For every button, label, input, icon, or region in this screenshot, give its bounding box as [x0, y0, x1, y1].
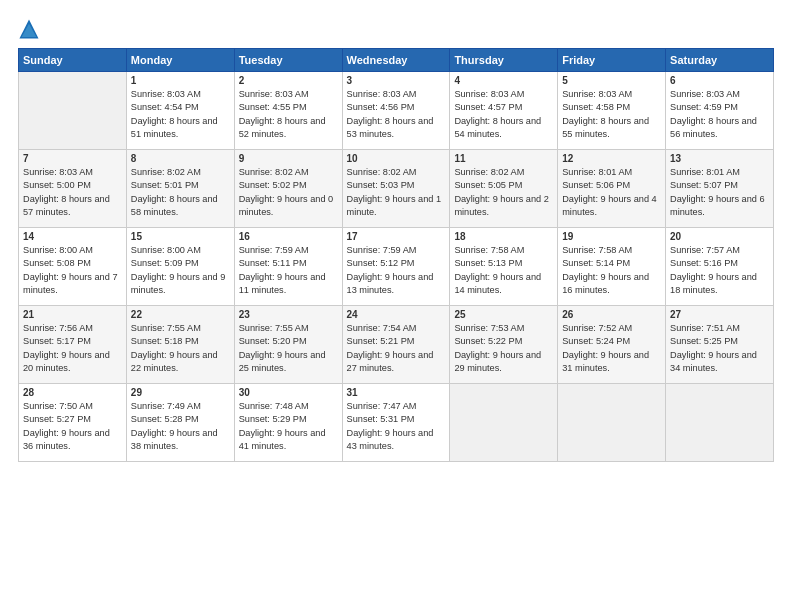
calendar-cell: 30Sunrise: 7:48 AMSunset: 5:29 PMDayligh…: [234, 384, 342, 462]
sunrise-line: Sunrise: 7:57 AM: [670, 245, 740, 255]
day-info: Sunrise: 8:02 AMSunset: 5:03 PMDaylight:…: [347, 166, 446, 219]
weekday-header: Saturday: [666, 49, 774, 72]
calendar-cell: 24Sunrise: 7:54 AMSunset: 5:21 PMDayligh…: [342, 306, 450, 384]
calendar-cell: 10Sunrise: 8:02 AMSunset: 5:03 PMDayligh…: [342, 150, 450, 228]
sunset-line: Sunset: 5:08 PM: [23, 258, 91, 268]
sunset-line: Sunset: 4:59 PM: [670, 102, 738, 112]
daylight-line: Daylight: 9 hours and 29 minutes.: [454, 350, 541, 373]
daylight-line: Daylight: 9 hours and 4 minutes.: [562, 194, 657, 217]
calendar-cell: 28Sunrise: 7:50 AMSunset: 5:27 PMDayligh…: [19, 384, 127, 462]
calendar-week-row: 28Sunrise: 7:50 AMSunset: 5:27 PMDayligh…: [19, 384, 774, 462]
sunrise-line: Sunrise: 8:01 AM: [562, 167, 632, 177]
day-number: 22: [131, 309, 230, 320]
day-info: Sunrise: 8:03 AMSunset: 4:57 PMDaylight:…: [454, 88, 553, 141]
sunset-line: Sunset: 5:25 PM: [670, 336, 738, 346]
calendar-cell: 14Sunrise: 8:00 AMSunset: 5:08 PMDayligh…: [19, 228, 127, 306]
daylight-line: Daylight: 8 hours and 55 minutes.: [562, 116, 649, 139]
day-info: Sunrise: 8:00 AMSunset: 5:09 PMDaylight:…: [131, 244, 230, 297]
sunset-line: Sunset: 5:18 PM: [131, 336, 199, 346]
sunset-line: Sunset: 4:58 PM: [562, 102, 630, 112]
day-info: Sunrise: 8:03 AMSunset: 4:58 PMDaylight:…: [562, 88, 661, 141]
calendar-cell: 18Sunrise: 7:58 AMSunset: 5:13 PMDayligh…: [450, 228, 558, 306]
sunrise-line: Sunrise: 7:55 AM: [131, 323, 201, 333]
day-number: 31: [347, 387, 446, 398]
day-info: Sunrise: 7:55 AMSunset: 5:18 PMDaylight:…: [131, 322, 230, 375]
day-number: 5: [562, 75, 661, 86]
weekday-header: Friday: [558, 49, 666, 72]
day-info: Sunrise: 7:49 AMSunset: 5:28 PMDaylight:…: [131, 400, 230, 453]
calendar-header-row: SundayMondayTuesdayWednesdayThursdayFrid…: [19, 49, 774, 72]
sunrise-line: Sunrise: 8:03 AM: [347, 89, 417, 99]
daylight-line: Daylight: 8 hours and 57 minutes.: [23, 194, 110, 217]
calendar-cell: 6Sunrise: 8:03 AMSunset: 4:59 PMDaylight…: [666, 72, 774, 150]
day-number: 11: [454, 153, 553, 164]
daylight-line: Daylight: 9 hours and 34 minutes.: [670, 350, 757, 373]
calendar-cell: 25Sunrise: 7:53 AMSunset: 5:22 PMDayligh…: [450, 306, 558, 384]
sunset-line: Sunset: 5:01 PM: [131, 180, 199, 190]
day-info: Sunrise: 7:59 AMSunset: 5:11 PMDaylight:…: [239, 244, 338, 297]
day-info: Sunrise: 8:02 AMSunset: 5:02 PMDaylight:…: [239, 166, 338, 219]
sunset-line: Sunset: 4:54 PM: [131, 102, 199, 112]
day-number: 29: [131, 387, 230, 398]
sunset-line: Sunset: 5:11 PM: [239, 258, 307, 268]
calendar-cell: 20Sunrise: 7:57 AMSunset: 5:16 PMDayligh…: [666, 228, 774, 306]
sunset-line: Sunset: 5:17 PM: [23, 336, 91, 346]
day-info: Sunrise: 7:56 AMSunset: 5:17 PMDaylight:…: [23, 322, 122, 375]
sunrise-line: Sunrise: 7:52 AM: [562, 323, 632, 333]
sunset-line: Sunset: 5:00 PM: [23, 180, 91, 190]
daylight-line: Daylight: 9 hours and 0 minutes.: [239, 194, 334, 217]
sunset-line: Sunset: 5:16 PM: [670, 258, 738, 268]
daylight-line: Daylight: 9 hours and 11 minutes.: [239, 272, 326, 295]
calendar-cell: 17Sunrise: 7:59 AMSunset: 5:12 PMDayligh…: [342, 228, 450, 306]
day-number: 15: [131, 231, 230, 242]
sunrise-line: Sunrise: 7:48 AM: [239, 401, 309, 411]
day-number: 12: [562, 153, 661, 164]
calendar-cell: 13Sunrise: 8:01 AMSunset: 5:07 PMDayligh…: [666, 150, 774, 228]
day-info: Sunrise: 7:48 AMSunset: 5:29 PMDaylight:…: [239, 400, 338, 453]
calendar-cell: 11Sunrise: 8:02 AMSunset: 5:05 PMDayligh…: [450, 150, 558, 228]
daylight-line: Daylight: 9 hours and 25 minutes.: [239, 350, 326, 373]
calendar-cell: 19Sunrise: 7:58 AMSunset: 5:14 PMDayligh…: [558, 228, 666, 306]
day-info: Sunrise: 8:02 AMSunset: 5:01 PMDaylight:…: [131, 166, 230, 219]
sunset-line: Sunset: 5:12 PM: [347, 258, 415, 268]
calendar-cell: [450, 384, 558, 462]
daylight-line: Daylight: 9 hours and 27 minutes.: [347, 350, 434, 373]
sunset-line: Sunset: 5:27 PM: [23, 414, 91, 424]
sunset-line: Sunset: 5:24 PM: [562, 336, 630, 346]
sunrise-line: Sunrise: 8:02 AM: [239, 167, 309, 177]
sunset-line: Sunset: 5:14 PM: [562, 258, 630, 268]
sunset-line: Sunset: 5:13 PM: [454, 258, 522, 268]
logo-icon: [18, 18, 40, 40]
day-number: 19: [562, 231, 661, 242]
calendar-cell: 31Sunrise: 7:47 AMSunset: 5:31 PMDayligh…: [342, 384, 450, 462]
weekday-header: Wednesday: [342, 49, 450, 72]
calendar-cell: [558, 384, 666, 462]
day-info: Sunrise: 7:59 AMSunset: 5:12 PMDaylight:…: [347, 244, 446, 297]
daylight-line: Daylight: 9 hours and 31 minutes.: [562, 350, 649, 373]
daylight-line: Daylight: 9 hours and 41 minutes.: [239, 428, 326, 451]
day-info: Sunrise: 7:47 AMSunset: 5:31 PMDaylight:…: [347, 400, 446, 453]
calendar-week-row: 14Sunrise: 8:00 AMSunset: 5:08 PMDayligh…: [19, 228, 774, 306]
calendar-cell: 5Sunrise: 8:03 AMSunset: 4:58 PMDaylight…: [558, 72, 666, 150]
sunset-line: Sunset: 4:55 PM: [239, 102, 307, 112]
sunset-line: Sunset: 5:22 PM: [454, 336, 522, 346]
calendar-cell: 29Sunrise: 7:49 AMSunset: 5:28 PMDayligh…: [126, 384, 234, 462]
calendar-cell: 21Sunrise: 7:56 AMSunset: 5:17 PMDayligh…: [19, 306, 127, 384]
day-number: 10: [347, 153, 446, 164]
sunrise-line: Sunrise: 8:03 AM: [23, 167, 93, 177]
day-number: 18: [454, 231, 553, 242]
daylight-line: Daylight: 9 hours and 22 minutes.: [131, 350, 218, 373]
calendar-week-row: 21Sunrise: 7:56 AMSunset: 5:17 PMDayligh…: [19, 306, 774, 384]
calendar-page: SundayMondayTuesdayWednesdayThursdayFrid…: [0, 0, 792, 612]
daylight-line: Daylight: 8 hours and 51 minutes.: [131, 116, 218, 139]
sunrise-line: Sunrise: 7:55 AM: [239, 323, 309, 333]
sunset-line: Sunset: 5:09 PM: [131, 258, 199, 268]
day-number: 8: [131, 153, 230, 164]
sunrise-line: Sunrise: 7:58 AM: [562, 245, 632, 255]
daylight-line: Daylight: 8 hours and 54 minutes.: [454, 116, 541, 139]
weekday-header: Tuesday: [234, 49, 342, 72]
weekday-header: Sunday: [19, 49, 127, 72]
day-number: 24: [347, 309, 446, 320]
sunrise-line: Sunrise: 7:47 AM: [347, 401, 417, 411]
day-info: Sunrise: 8:02 AMSunset: 5:05 PMDaylight:…: [454, 166, 553, 219]
